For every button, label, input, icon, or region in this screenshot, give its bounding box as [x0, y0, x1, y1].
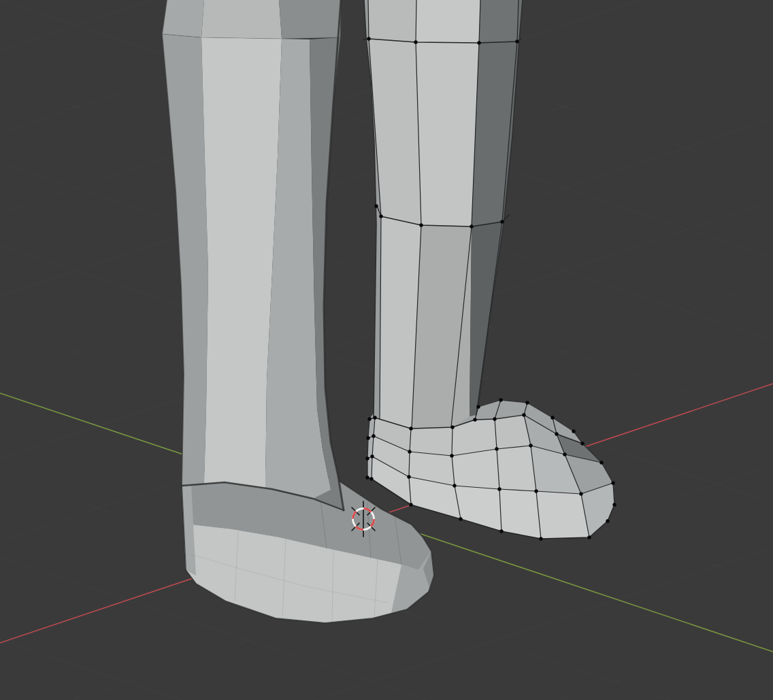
- mesh-vertex[interactable]: [612, 503, 616, 506]
- mesh-vertex[interactable]: [407, 475, 410, 478]
- mesh-vertex[interactable]: [580, 441, 584, 445]
- mesh-vertex[interactable]: [529, 444, 532, 447]
- viewport-canvas[interactable]: [0, 0, 773, 700]
- mesh-vertex[interactable]: [499, 398, 502, 401]
- mesh-vertex[interactable]: [499, 529, 503, 533]
- mesh-vertex[interactable]: [373, 416, 376, 419]
- mesh-vertex[interactable]: [539, 537, 542, 540]
- mesh-vertex[interactable]: [572, 429, 575, 433]
- mesh-vertex[interactable]: [369, 477, 373, 480]
- mesh-vertex[interactable]: [414, 40, 417, 44]
- mesh-vertex[interactable]: [409, 427, 412, 430]
- mesh-vertex[interactable]: [522, 413, 525, 416]
- mesh-vertex[interactable]: [419, 223, 423, 227]
- mesh-vertex[interactable]: [370, 454, 374, 458]
- mesh-vertex[interactable]: [550, 416, 554, 419]
- mesh-vertex[interactable]: [606, 519, 609, 522]
- left-leg-mesh[interactable]: [162, 0, 344, 510]
- mesh-vertex[interactable]: [497, 487, 501, 490]
- mesh-vertex[interactable]: [611, 481, 614, 484]
- mesh-vertex[interactable]: [495, 447, 498, 450]
- mesh-vertex[interactable]: [493, 417, 496, 420]
- mesh-vertex[interactable]: [525, 401, 529, 404]
- mesh-vertex[interactable]: [374, 204, 378, 207]
- mesh-vertex[interactable]: [599, 461, 603, 464]
- mesh-vertex[interactable]: [579, 492, 582, 495]
- mesh-vertex[interactable]: [459, 517, 462, 520]
- mesh-vertex[interactable]: [587, 535, 591, 539]
- mesh-vertex[interactable]: [477, 41, 480, 44]
- mesh-vertex[interactable]: [408, 450, 411, 453]
- mesh-vertex[interactable]: [409, 503, 412, 506]
- mesh-vertex[interactable]: [500, 220, 504, 223]
- mesh-vertex[interactable]: [365, 456, 369, 460]
- mesh-vertex[interactable]: [450, 425, 454, 429]
- mesh-vertex[interactable]: [453, 484, 456, 487]
- mesh-vertex[interactable]: [555, 432, 558, 435]
- mesh-vertex[interactable]: [534, 489, 538, 493]
- mesh-vertex[interactable]: [470, 224, 473, 228]
- mesh-vertex[interactable]: [379, 214, 382, 218]
- mesh-vertex[interactable]: [367, 417, 371, 420]
- mesh-vertex[interactable]: [367, 37, 370, 40]
- viewport-3d[interactable]: [0, 0, 773, 700]
- mesh-vertex[interactable]: [450, 454, 453, 457]
- mesh-vertex[interactable]: [366, 436, 369, 439]
- mesh-vertex[interactable]: [473, 418, 476, 421]
- mesh-vertex[interactable]: [365, 476, 369, 479]
- mesh-vertex[interactable]: [476, 405, 480, 408]
- mesh-vertex[interactable]: [563, 452, 566, 456]
- mesh-vertex[interactable]: [372, 434, 375, 437]
- mesh-vertex[interactable]: [515, 39, 519, 43]
